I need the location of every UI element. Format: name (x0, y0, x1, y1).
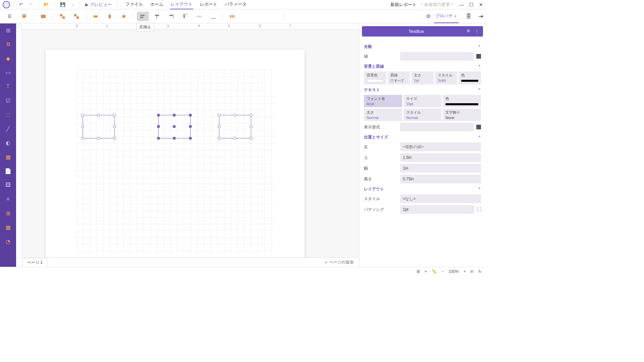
border-color-cell[interactable]: 色 (459, 71, 481, 84)
dist-3[interactable] (255, 12, 267, 21)
textbox-1[interactable] (83, 115, 115, 138)
status-ruler-icon[interactable]: 📏 (432, 269, 437, 274)
report-page[interactable] (46, 50, 305, 257)
section-general[interactable]: 全般⌃ (364, 44, 481, 50)
align-tool-6[interactable] (104, 12, 116, 21)
sidebar-container-icon[interactable]: ◐ (4, 139, 12, 147)
status-grid-icon[interactable]: ⊞ (417, 269, 420, 274)
add-page-button[interactable]: + ページの追加 (320, 259, 359, 265)
align-tool-2[interactable] (37, 12, 49, 21)
padding-expand-button[interactable]: ⛶ (477, 207, 481, 212)
padding-input[interactable] (400, 205, 474, 214)
align-tool-3[interactable] (56, 12, 68, 21)
dist-6[interactable] (302, 12, 314, 21)
format-select[interactable] (400, 123, 474, 131)
border-cell[interactable]: 罫線 ☐ すべて (388, 71, 410, 84)
sidebar-chart-icon[interactable]: ◔ (4, 237, 12, 245)
sidebar-subreport-icon[interactable]: ▦ (4, 153, 12, 161)
sidebar-list-icon[interactable]: ≡ (4, 195, 12, 203)
search-icon[interactable]: 🔍 (467, 29, 472, 34)
align-tool-7[interactable] (118, 12, 130, 21)
section-bgborder[interactable]: 背景と罫線⌃ (364, 64, 481, 69)
close-button[interactable]: ✕ (479, 2, 483, 7)
data-icon[interactable]: 🗄 (466, 13, 471, 19)
sidebar-checkbox-icon[interactable]: ☑ (4, 97, 12, 105)
sidebar-page-icon[interactable]: 📄 (4, 167, 12, 175)
section-possize[interactable]: 位置とサイズ⌃ (364, 134, 481, 140)
align-tool-5[interactable] (90, 12, 102, 21)
minimize-button[interactable]: — (459, 2, 464, 7)
preview-button[interactable]: ▶ プレビュー (83, 1, 114, 8)
sidebar-data-icon[interactable]: ▭ (4, 68, 12, 76)
border-width-cell[interactable]: 太さ 1pt (411, 71, 434, 84)
bgcolor-cell[interactable]: 背景色 (364, 71, 386, 84)
unit-label[interactable]: in (471, 269, 474, 274)
align-right-button[interactable] (165, 12, 177, 21)
height-input[interactable] (400, 175, 481, 183)
textbox-3[interactable] (219, 115, 251, 138)
left-input[interactable] (400, 142, 481, 151)
menu-file[interactable]: ファイル (125, 0, 144, 9)
font-style-cell[interactable]: スタイル Normal (404, 109, 442, 121)
props-gear-icon[interactable]: ⚙ (426, 13, 431, 19)
font-size-cell[interactable]: サイズ 10pt (404, 95, 442, 107)
menu-layout[interactable]: レイアウト (170, 0, 193, 9)
textbox-2[interactable] (158, 115, 191, 138)
dist-4[interactable] (269, 12, 281, 21)
dist-5[interactable] (288, 12, 300, 21)
sidebar-image-icon[interactable]: 🖼 (4, 181, 12, 189)
more-icon[interactable]: ⋮ (475, 29, 479, 34)
sidebar-group-icon[interactable]: ⧉ (4, 40, 12, 48)
save-button[interactable]: 💾 (58, 1, 67, 8)
font-weight-cell[interactable]: 太さ Normal (364, 109, 402, 121)
align-middle-button[interactable] (193, 12, 205, 21)
zoom-out-button[interactable]: − (441, 269, 444, 274)
menu-report[interactable]: レポート (199, 0, 218, 9)
undo-button[interactable]: ↶ (17, 1, 25, 8)
section-text[interactable]: テキスト⌃ (364, 87, 481, 93)
status-snap-icon[interactable]: ⌖ (425, 269, 427, 274)
maximize-button[interactable]: ☐ (469, 2, 474, 7)
dist-8[interactable] (330, 12, 342, 21)
sidebar-explorer-icon[interactable]: ⊞ (4, 26, 12, 34)
panel-toggle-icon[interactable]: ⇥ (479, 13, 483, 19)
open-button[interactable]: 📂 (42, 1, 51, 8)
hamburger-button[interactable]: ☰ (3, 12, 15, 21)
font-name-cell[interactable]: フォント名 Arial (364, 95, 402, 107)
dist-1[interactable] (226, 12, 238, 21)
align-bottom-button[interactable] (207, 12, 219, 21)
dist-7[interactable] (316, 12, 328, 21)
status-refresh-icon[interactable]: ↻ (478, 269, 482, 274)
sidebar-shape-icon[interactable]: ◌ (4, 111, 12, 119)
style-select[interactable]: <なし> (400, 194, 481, 203)
value-expand-button[interactable] (476, 54, 481, 59)
sidebar-table-icon[interactable]: ⊞ (4, 209, 12, 217)
sidebar-line-icon[interactable]: ╱ (4, 125, 12, 133)
redo-button[interactable]: ↷ (27, 1, 35, 8)
save-dropdown[interactable]: ⌄ (69, 2, 76, 7)
border-style-cell[interactable]: スタイル Solid (435, 71, 458, 84)
sidebar-layers-icon[interactable]: ◆ (4, 54, 12, 62)
align-tool-1[interactable] (18, 12, 30, 21)
font-deco-cell[interactable]: 文字飾り None (443, 109, 481, 121)
design-surface[interactable] (76, 70, 274, 254)
format-expand-button[interactable] (476, 125, 481, 129)
value-input[interactable] (400, 52, 474, 61)
menu-params[interactable]: パラメータ (224, 0, 247, 9)
properties-tab[interactable]: プロパティ (434, 10, 459, 23)
font-color-cell[interactable]: 色 (443, 95, 481, 107)
app-logo[interactable] (3, 1, 10, 8)
align-tool-4[interactable] (70, 12, 83, 21)
section-layout[interactable]: レイアウト⌃ (364, 186, 481, 192)
menu-home[interactable]: ホーム (150, 0, 164, 9)
sidebar-matrix-icon[interactable]: ▦ (4, 223, 12, 231)
width-input[interactable] (400, 164, 481, 173)
top-input[interactable] (400, 153, 481, 162)
dist-2[interactable] (240, 12, 253, 21)
align-top-button[interactable] (179, 12, 191, 21)
align-left-button[interactable] (137, 12, 149, 21)
page-tab-1[interactable]: ページ 1 (22, 258, 48, 267)
sidebar-text-icon[interactable]: T (4, 82, 12, 90)
zoom-in-button[interactable]: + (464, 269, 466, 274)
align-center-h-button[interactable] (151, 12, 163, 21)
